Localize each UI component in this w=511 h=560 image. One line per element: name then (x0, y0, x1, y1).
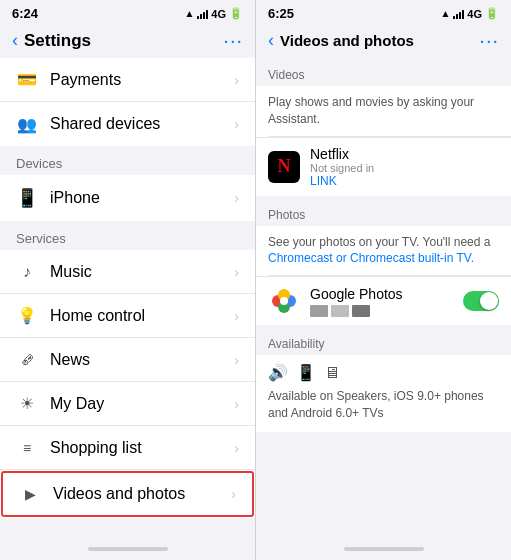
swatch-2 (331, 305, 349, 317)
list-item-iphone[interactable]: 📱 iPhone › (0, 175, 255, 221)
my-day-chevron: › (234, 396, 239, 412)
shopping-list-chevron: › (234, 440, 239, 456)
list-item-music[interactable]: ♪ Music › (0, 250, 255, 294)
photos-desc-link[interactable]: Chromecast or Chromecast built-in TV. (268, 251, 474, 265)
google-photos-row[interactable]: Google Photos (256, 276, 511, 325)
left-panel: 6:24 ▲ 4G 🔋 ‹ Settings ··· 💳 Payments › … (0, 0, 256, 560)
music-icon: ♪ (16, 263, 38, 281)
list-item-home-control[interactable]: 💡 Home control › (0, 294, 255, 338)
right-signal-type: 4G (467, 8, 482, 20)
google-photos-logo (268, 285, 300, 317)
right-status-icons: ▲ 4G 🔋 (440, 7, 499, 20)
left-direction-icon: ▲ (184, 8, 194, 19)
netflix-logo: N (268, 151, 300, 183)
right-time: 6:25 (268, 6, 294, 21)
photos-card: See your photos on your TV. You'll need … (256, 226, 511, 326)
services-section: ♪ Music › 💡 Home control › 🗞 News › ☀ My… (0, 250, 255, 518)
videos-photos-chevron: › (231, 486, 236, 502)
right-direction-icon: ▲ (440, 8, 450, 19)
right-nav-bar: ‹ Videos and photos ··· (256, 25, 511, 58)
left-signal-type: 4G (211, 8, 226, 20)
iphone-label: iPhone (50, 189, 234, 207)
netflix-row[interactable]: N Netflix Not signed in LINK (256, 137, 511, 196)
phone-icon: 📱 (296, 363, 316, 382)
list-item-videos-photos[interactable]: ▶ Videos and photos › (1, 471, 254, 517)
videos-section-label: Videos (256, 58, 511, 86)
list-item-news[interactable]: 🗞 News › (0, 338, 255, 382)
netflix-info: Netflix Not signed in LINK (310, 146, 499, 188)
my-day-icon: ☀ (16, 394, 38, 413)
speaker-icon: 🔊 (268, 363, 288, 382)
payments-chevron: › (234, 72, 239, 88)
availability-text: Available on Speakers, iOS 9.0+ phones a… (256, 386, 511, 432)
iphone-icon: 📱 (16, 187, 38, 209)
list-item-shopping-list[interactable]: ≡ Shopping list › (0, 426, 255, 470)
right-battery-icon: 🔋 (485, 7, 499, 20)
devices-section-header: Devices (0, 146, 255, 175)
photos-desc-plain: See your photos on your TV. You'll need … (268, 235, 490, 249)
right-content: Videos Play shows and movies by asking y… (256, 58, 511, 542)
google-photos-icon (269, 286, 299, 316)
home-control-label: Home control (50, 307, 234, 325)
home-control-icon: 💡 (16, 306, 38, 325)
photos-desc: See your photos on your TV. You'll need … (256, 226, 511, 276)
left-status-icons: ▲ 4G 🔋 (184, 7, 243, 20)
right-status-bar: 6:25 ▲ 4G 🔋 (256, 0, 511, 25)
availability-card: 🔊 📱 🖥 Available on Speakers, iOS 9.0+ ph… (256, 355, 511, 432)
google-photos-toggle[interactable] (463, 291, 499, 311)
right-nav-title: Videos and photos (280, 32, 479, 49)
list-item-shared-devices[interactable]: 👥 Shared devices › (0, 102, 255, 146)
left-nav-bar: ‹ Settings ··· (0, 25, 255, 58)
payments-label: Payments (50, 71, 234, 89)
right-bottom-bar (256, 542, 511, 560)
availability-section-label: Availability (256, 327, 511, 355)
shared-devices-chevron: › (234, 116, 239, 132)
right-more-button[interactable]: ··· (479, 29, 499, 52)
devices-section: 📱 iPhone › (0, 175, 255, 221)
news-label: News (50, 351, 234, 369)
netflix-link-button[interactable]: LINK (310, 174, 499, 188)
news-icon: 🗞 (16, 352, 38, 368)
google-photos-name: Google Photos (310, 286, 455, 302)
my-day-label: My Day (50, 395, 234, 413)
photos-section-label: Photos (256, 198, 511, 226)
svg-point-4 (280, 297, 288, 305)
right-home-indicator (344, 547, 424, 551)
netflix-name: Netflix (310, 146, 499, 162)
shopping-list-icon: ≡ (16, 440, 38, 456)
left-nav-title: Settings (24, 31, 223, 51)
iphone-chevron: › (234, 190, 239, 206)
left-battery-icon: 🔋 (229, 7, 243, 20)
netflix-signin-status: Not signed in (310, 162, 499, 174)
left-time: 6:24 (12, 6, 38, 21)
shared-devices-label: Shared devices (50, 115, 234, 133)
right-signal-bars (453, 9, 464, 19)
left-more-button[interactable]: ··· (223, 29, 243, 52)
home-control-chevron: › (234, 308, 239, 324)
music-label: Music (50, 263, 234, 281)
left-signal-bars (197, 9, 208, 19)
right-panel: 6:25 ▲ 4G 🔋 ‹ Videos and photos ··· Vide… (256, 0, 511, 560)
news-chevron: › (234, 352, 239, 368)
google-photos-info: Google Photos (310, 286, 455, 317)
videos-desc: Play shows and movies by asking your Ass… (256, 86, 511, 136)
list-item-my-day[interactable]: ☀ My Day › (0, 382, 255, 426)
shared-devices-icon: 👥 (16, 115, 38, 134)
payments-icon: 💳 (16, 70, 38, 89)
left-bottom-bar (0, 542, 255, 560)
right-back-button[interactable]: ‹ (268, 30, 274, 51)
left-top-section: 💳 Payments › 👥 Shared devices › (0, 58, 255, 146)
swatch-1 (310, 305, 328, 317)
videos-card: Play shows and movies by asking your Ass… (256, 86, 511, 196)
list-item-payments[interactable]: 💳 Payments › (0, 58, 255, 102)
videos-photos-label: Videos and photos (53, 485, 231, 503)
swatch-3 (352, 305, 370, 317)
tv-icon: 🖥 (324, 364, 340, 382)
left-back-button[interactable]: ‹ (12, 30, 18, 51)
videos-photos-icon: ▶ (19, 486, 41, 502)
music-chevron: › (234, 264, 239, 280)
services-section-header: Services (0, 221, 255, 250)
left-status-bar: 6:24 ▲ 4G 🔋 (0, 0, 255, 25)
google-photos-swatches (310, 305, 455, 317)
left-home-indicator (88, 547, 168, 551)
